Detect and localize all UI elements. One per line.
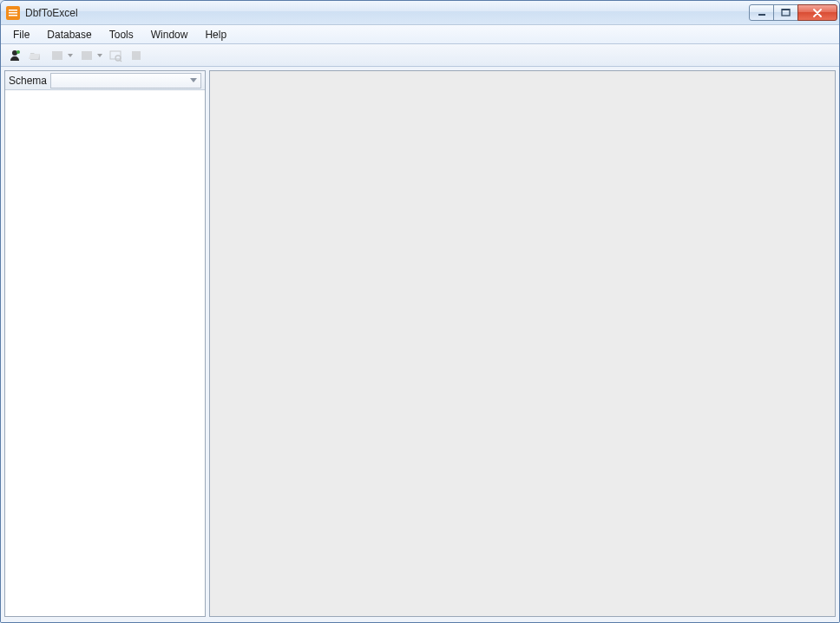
query-button[interactable]	[107, 47, 124, 64]
schema-row: Schema	[5, 71, 205, 90]
titlebar: DbfToExcel	[1, 1, 839, 25]
close-button[interactable]	[797, 4, 837, 21]
sidebar: Schema	[4, 70, 206, 617]
window-title: DbfToExcel	[25, 7, 750, 19]
svg-rect-9	[52, 51, 62, 60]
workspace: Schema	[1, 67, 839, 622]
chevron-down-icon	[68, 54, 73, 57]
minimize-button[interactable]	[749, 4, 774, 21]
window-controls	[750, 4, 837, 21]
connect-button[interactable]	[6, 47, 23, 64]
schema-tree[interactable]	[5, 90, 205, 616]
app-icon	[6, 6, 20, 20]
svg-point-8	[16, 50, 20, 54]
main-content-area	[209, 70, 836, 617]
svg-point-7	[12, 50, 17, 56]
schema-label: Schema	[9, 75, 47, 87]
svg-rect-6	[782, 9, 790, 10]
svg-rect-3	[9, 15, 17, 16]
export-dropdown-2[interactable]	[77, 47, 103, 64]
menu-window[interactable]: Window	[142, 27, 197, 43]
chevron-down-icon	[190, 78, 197, 82]
stop-button[interactable]	[128, 47, 145, 64]
export-dropdown-1[interactable]	[48, 47, 74, 64]
svg-rect-14	[132, 51, 141, 60]
svg-rect-4	[758, 14, 765, 16]
svg-rect-10	[82, 51, 92, 60]
menubar: File Database Tools Window Help	[1, 25, 839, 44]
app-window: DbfToExcel File Database Tools Window He	[0, 0, 840, 623]
menu-database[interactable]: Database	[38, 27, 100, 43]
svg-rect-2	[9, 12, 17, 14]
open-button[interactable]	[27, 47, 44, 64]
menu-help[interactable]: Help	[196, 27, 235, 43]
schema-combobox[interactable]	[50, 73, 201, 89]
menu-file[interactable]: File	[4, 27, 38, 43]
chevron-down-icon	[97, 54, 102, 57]
svg-line-13	[120, 60, 121, 62]
maximize-button[interactable]	[773, 4, 798, 21]
menu-tools[interactable]: Tools	[101, 27, 142, 43]
toolbar	[1, 44, 839, 67]
svg-rect-1	[9, 10, 17, 11]
